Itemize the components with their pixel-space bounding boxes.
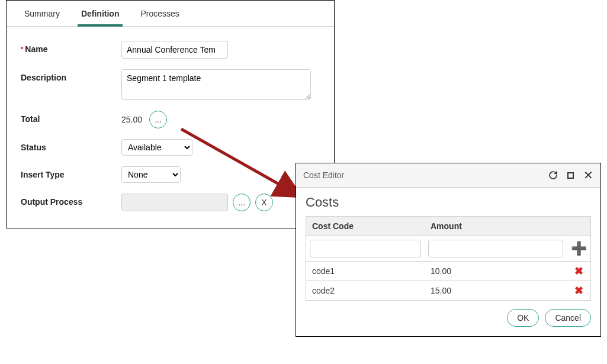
row-output-process: Output Process ... X [21,194,320,211]
costs-heading: Costs [306,195,591,210]
required-asterisk: * [21,46,23,53]
tab-processes[interactable]: Processes [137,1,182,26]
row-insert-type: Insert Type None [21,166,320,183]
definition-form: * Name Description Segment 1 template To… [7,27,334,228]
cancel-button[interactable]: Cancel [545,309,591,327]
costs-grid: Cost Code Amount ➕ code1 10.00 ✖ code2 1… [306,216,591,301]
new-cost-code-input[interactable] [310,240,421,257]
tab-summary[interactable]: Summary [21,1,63,26]
refresh-icon[interactable] [548,170,558,180]
cell-amount: 15.00 [425,281,567,300]
name-label: * Name [21,41,121,54]
dialog-title: Cost Editor [303,170,344,180]
row-name: * Name [21,41,320,59]
cell-amount: 10.00 [425,262,567,281]
output-process-label: Output Process [21,194,121,207]
row-total: Total 25.00 ... [21,111,320,128]
delete-row-icon[interactable]: ✖ [574,266,583,276]
dialog-header: Cost Editor ✕ [296,163,600,188]
grid-data-row: code1 10.00 ✖ [306,262,590,281]
tab-definition[interactable]: Definition [78,1,123,27]
total-value: 25.00 [121,115,142,124]
dialog-controls: ✕ [548,168,593,182]
dialog-footer: OK Cancel [306,309,591,327]
dialog-body: Costs Cost Code Amount ➕ code1 10.00 ✖ c… [296,188,600,336]
cell-code: code2 [306,281,425,300]
insert-type-select[interactable]: None [121,166,181,183]
close-icon[interactable]: ✕ [583,168,593,182]
cost-editor-dialog: Cost Editor ✕ Costs Cost Code Amount ➕ c… [296,163,601,337]
maximize-icon[interactable] [567,172,574,179]
total-edit-button[interactable]: ... [149,111,167,128]
grid-header: Cost Code Amount [306,217,590,236]
status-select[interactable]: Available [121,139,192,156]
output-process-input[interactable] [121,194,228,211]
grid-new-row: ➕ [306,236,590,262]
output-process-clear-button[interactable]: X [255,194,273,211]
ok-button[interactable]: OK [507,309,539,327]
name-input[interactable] [121,41,228,59]
grid-data-row: code2 15.00 ✖ [306,281,590,300]
insert-type-label: Insert Type [21,166,121,179]
add-row-icon[interactable]: ➕ [571,242,587,255]
description-input[interactable]: Segment 1 template [121,69,311,100]
cell-code: code1 [306,262,425,281]
total-label: Total [21,111,121,124]
row-description: Description Segment 1 template [21,69,320,100]
tabs: Summary Definition Processes [7,1,334,27]
output-process-browse-button[interactable]: ... [233,194,250,211]
definition-panel: Summary Definition Processes * Name Desc… [6,0,335,228]
description-label: Description [21,69,121,82]
col-header-code: Cost Code [306,217,425,236]
new-cost-amount-input[interactable] [428,240,563,257]
status-label: Status [21,139,121,152]
delete-row-icon[interactable]: ✖ [574,285,583,296]
col-header-amount: Amount [425,217,567,236]
row-status: Status Available [21,139,320,156]
